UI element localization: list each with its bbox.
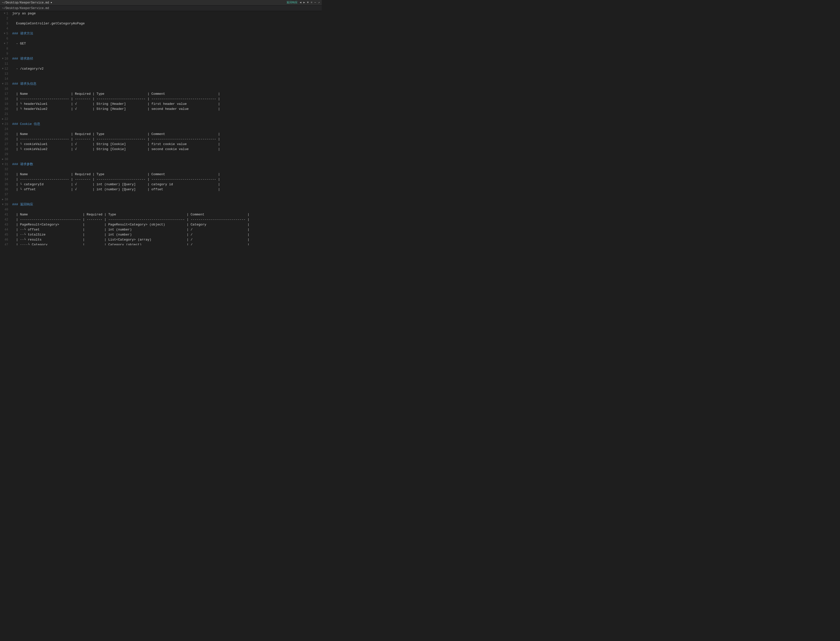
line-num-text: 11 — [5, 61, 8, 66]
code-line: | ------------------------- | -------- |… — [12, 177, 249, 182]
line-number: 7 — [1, 41, 8, 46]
return-btn[interactable]: 返回响应 — [286, 0, 298, 5]
code-text: | ------------------------- | -------- |… — [12, 177, 220, 182]
line-number: 14 — [1, 76, 8, 81]
line-number: 3 — [1, 21, 8, 26]
expand-icon[interactable]: ↗ — [318, 0, 320, 5]
line-num-text: 30 — [5, 157, 8, 162]
code-line — [12, 36, 249, 41]
line-numbers: 1234567891011121314151617181920212223242… — [0, 11, 10, 245]
nav-right-icon[interactable]: ▶ — [303, 0, 305, 5]
code-text: | Name | Required | Type | Comment | — [12, 92, 220, 97]
code-text: | Name | Required | Type | Comment | — [12, 172, 220, 177]
code-text: - GET — [12, 41, 26, 46]
line-number: 5 — [1, 31, 8, 36]
line-number: 15 — [1, 81, 8, 87]
line-number: 6 — [1, 36, 8, 41]
code-text: | ··└ results | | List<Category> (array)… — [12, 237, 249, 242]
fold-arrow-5[interactable] — [3, 31, 5, 36]
line-number: 32 — [1, 167, 8, 172]
line-num-text: 16 — [5, 87, 8, 92]
fold-arrow-30[interactable] — [1, 157, 3, 162]
fold-arrow-22[interactable] — [1, 117, 3, 122]
breadcrumb-path: ~/Desktop/KeeperService.md — [2, 6, 49, 11]
line-number: 26 — [1, 137, 8, 142]
line-num-text: 2 — [6, 16, 8, 21]
fold-arrow-10[interactable] — [1, 56, 3, 61]
line-number: 31 — [1, 162, 8, 167]
code-line: ### Cookie 信息 — [12, 122, 249, 127]
menu-icon[interactable]: ≡ — [311, 0, 312, 5]
nav-left-icon[interactable]: ◀ — [299, 0, 301, 5]
line-num-text: 29 — [5, 152, 8, 157]
line-num-text: 44 — [5, 227, 8, 232]
more-icon[interactable]: ⋯ — [314, 0, 316, 5]
code-line — [12, 207, 249, 212]
line-number: 4 — [1, 26, 8, 31]
line-num-text: 19 — [5, 101, 8, 106]
line-num-text: 35 — [5, 182, 8, 187]
line-number: 29 — [1, 152, 8, 157]
code-line: | Name | Required | Type | Comment | — [12, 132, 249, 137]
line-number: 1 — [1, 11, 8, 16]
line-number: 18 — [1, 97, 8, 101]
code-line — [12, 87, 249, 92]
dropdown-icon[interactable]: ▼ — [307, 0, 309, 5]
line-number: 8 — [1, 46, 8, 51]
code-line: ### 请求头信息 — [12, 81, 249, 87]
line-num-text: 43 — [5, 222, 8, 227]
code-text: | ····└ Category | | Category (object) |… — [12, 242, 249, 245]
line-num-text: 6 — [6, 36, 8, 41]
code-line — [12, 16, 249, 21]
line-number: 33 — [1, 172, 8, 177]
line-num-text: 38 — [5, 197, 8, 202]
line-num-text: 41 — [5, 212, 8, 217]
code-line: | ------------------------------- | ----… — [12, 217, 249, 222]
line-number: 21 — [1, 112, 8, 117]
line-num-text: 4 — [6, 26, 8, 31]
line-num-text: 10 — [5, 56, 8, 61]
code-line: - GET — [12, 41, 249, 46]
line-number: 34 — [1, 177, 8, 182]
fold-arrow-23[interactable] — [1, 122, 3, 127]
fold-arrow-1[interactable] — [3, 11, 5, 16]
line-num-text: 46 — [5, 237, 8, 242]
fold-arrow-7[interactable] — [3, 41, 5, 46]
code-line — [12, 157, 249, 162]
fold-arrow-39[interactable] — [1, 202, 3, 207]
fold-arrow-15[interactable] — [1, 81, 3, 87]
code-text: | └ headerValue1 | √ | String [Header] |… — [12, 101, 220, 106]
line-num-text: 34 — [5, 177, 8, 182]
line-number: 19 — [1, 101, 8, 106]
code-line: | └ cookieValue1 | √ | String [Cookie] |… — [12, 142, 249, 147]
code-line: ### 请求路径 — [12, 56, 249, 61]
line-num-text: 14 — [5, 76, 8, 81]
code-line — [12, 127, 249, 132]
code-line — [12, 61, 249, 66]
code-text: | ··└ totalSize | | int (number) | / | — [12, 232, 249, 237]
line-num-text: 21 — [5, 112, 8, 117]
code-line: - /category/v2 — [12, 66, 249, 71]
line-num-text: 33 — [5, 172, 8, 177]
fold-arrow-38[interactable] — [1, 197, 3, 202]
fold-arrow-12[interactable] — [1, 66, 3, 71]
code-line — [12, 197, 249, 202]
code-text: ExampleController.getCategoryAsPage — [12, 21, 85, 26]
line-number: 27 — [1, 142, 8, 147]
line-number: 39 — [1, 202, 8, 207]
line-num-text: 20 — [5, 106, 8, 112]
line-number: 11 — [1, 61, 8, 66]
editor[interactable]: 1234567891011121314151617181920212223242… — [0, 11, 249, 245]
line-number: 36 — [1, 187, 8, 192]
code-text: ### 请求头信息 — [12, 81, 36, 87]
line-number: 12 — [1, 66, 8, 71]
line-number: 30 — [1, 157, 8, 162]
line-number: 9 — [1, 51, 8, 56]
code-text: | ··└ offset | | int (number) | / | — [12, 227, 249, 232]
code-line: | └ cookieValue2 | √ | String [Cookie] |… — [12, 147, 249, 152]
code-area[interactable]: jory as page ExampleController.getCatego… — [10, 11, 249, 245]
title-bar-right: 返回响应 ◀ ▶ ▼ ≡ ⋯ ↗ — [286, 0, 320, 5]
line-number: 23 — [1, 122, 8, 127]
line-num-text: 8 — [6, 46, 8, 51]
fold-arrow-31[interactable] — [1, 162, 3, 167]
